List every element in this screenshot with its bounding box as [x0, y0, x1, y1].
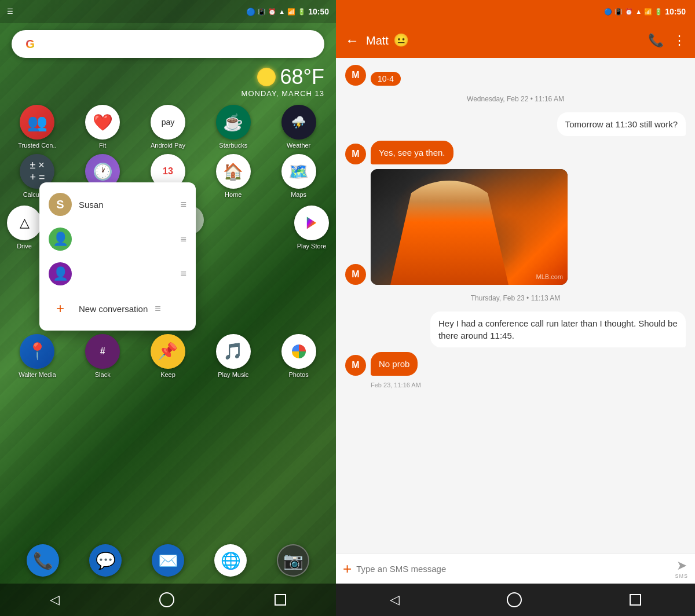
right-status-icons: 🔵 📳 ⏰ ▲ 📶 🔋 10:50 [604, 7, 686, 16]
dock-inbox[interactable]: ✉️ [152, 544, 184, 577]
app-keep[interactable]: 📌 Keep [138, 334, 199, 379]
app-label-slack: Slack [95, 371, 111, 379]
contact-name: Matt [366, 34, 389, 47]
app-home[interactable]: 🏠 Home [203, 154, 264, 199]
app-label-play-music: Play Music [218, 371, 248, 379]
weather-icon: ⛈️ [281, 105, 316, 140]
sun-icon [257, 68, 276, 86]
app-label-drive: Drive [17, 243, 32, 250]
home-screen: ☰ 🔵 📳 ⏰ ▲ 📶 🔋 10:50 G 68°F MONDAY, MARCH… [0, 0, 336, 616]
bluetooth-icon: 🔵 [246, 8, 255, 16]
app-weather[interactable]: ⛈️ Weather [268, 105, 329, 149]
message-timestamp: Feb 23, 11:16 AM [345, 382, 686, 388]
add-attachment-button[interactable]: + [343, 560, 352, 578]
message-bubble-received-2: No prob [371, 352, 418, 376]
nav-home-button[interactable] [159, 592, 174, 607]
chat-area: M 10-4 Wednesday, Feb 22 • 11:16 AM Tomo… [336, 58, 695, 553]
right-status-bar: 🔵 📳 ⏰ ▲ 📶 🔋 10:50 [336, 0, 695, 23]
drag-handle-2: ≡ [180, 233, 186, 245]
sender-avatar-m3: M [345, 264, 366, 285]
app-playstore[interactable]: Play Store [294, 206, 329, 250]
keep-icon: 📌 [151, 334, 185, 369]
google-logo: G [21, 35, 39, 53]
app-maps[interactable]: 🗺️ Maps [268, 154, 329, 199]
signal-icon: 📶 [287, 8, 295, 16]
gif-person [390, 181, 509, 285]
google-search-bar[interactable]: G [12, 30, 324, 58]
fit-icon: ❤️ [85, 105, 120, 140]
app-starbucks[interactable]: ☕ Starbucks [203, 105, 264, 149]
app-walter-media[interactable]: 📍 Walter Media [7, 334, 68, 379]
message-tag-10-4: 10-4 [371, 72, 401, 86]
app-drive[interactable]: △ Drive [7, 206, 42, 250]
right-vibrate-icon: 📳 [614, 8, 623, 16]
left-status-bar: ☰ 🔵 📳 ⏰ ▲ 📶 🔋 10:50 [0, 0, 336, 23]
send-button[interactable]: ➤ SMS [675, 558, 688, 579]
app-label-maps: Maps [291, 191, 306, 199]
right-signal-icon: 📶 [644, 8, 652, 16]
input-area: + ➤ SMS [336, 553, 695, 584]
right-time: 10:50 [665, 7, 686, 16]
walter-media-icon: 📍 [20, 334, 54, 369]
message-row-sent-1: Tomorrow at 11:30 still work? [345, 112, 686, 136]
gif-watermark: MLB.com [536, 273, 563, 280]
app-android-pay[interactable]: pay Android Pay [138, 105, 199, 149]
date-divider-2: Thursday, Feb 23 • 11:13 AM [345, 294, 686, 302]
send-arrow-icon: ➤ [676, 558, 687, 573]
app-trusted-contacts[interactable]: 👥 Trusted Con.. [7, 105, 68, 149]
starbucks-icon: ☕ [216, 105, 251, 140]
send-label: SMS [675, 573, 688, 579]
call-button[interactable]: 📞 [648, 33, 664, 48]
app-label-photos: Photos [288, 371, 308, 379]
contact-avatar-susan: S [49, 193, 72, 216]
messages-screen: 🔵 📳 ⏰ ▲ 📶 🔋 10:50 ← Matt 😐 📞 ⋮ M 10-4 We… [336, 0, 695, 616]
right-wifi-icon: ▲ [635, 8, 642, 15]
app-label-home: Home [225, 191, 242, 199]
right-nav-back[interactable]: ◁ [390, 592, 400, 607]
message-row-received-2: M No prob [345, 352, 686, 376]
app-label-keep: Keep [160, 371, 175, 379]
drag-handle-susan: ≡ [180, 199, 186, 211]
dock-camera[interactable]: 📷 [277, 544, 309, 577]
right-bluetooth-icon: 🔵 [604, 8, 612, 16]
more-options-button[interactable]: ⋮ [673, 33, 686, 48]
nav-back-button[interactable]: ◁ [50, 592, 60, 607]
playstore-icon [294, 206, 329, 240]
sms-input[interactable] [356, 564, 670, 574]
app-photos[interactable]: Photos [268, 334, 329, 379]
left-time: 10:50 [308, 7, 329, 16]
contact-info: Matt 😐 [366, 33, 641, 48]
dock-messages[interactable]: 💬 [89, 544, 122, 577]
app-label-pay: Android Pay [151, 142, 185, 149]
dock-phone[interactable]: 📞 [27, 544, 59, 577]
sender-avatar-m4: M [345, 355, 366, 376]
app-grid-row4: 📍 Walter Media # Slack 📌 Keep 🎵 Play Mus… [0, 253, 336, 383]
contact-2[interactable]: 👤 ≡ [39, 222, 196, 256]
temperature: 68°F [280, 65, 324, 89]
gif-placeholder: MLB.com [371, 169, 568, 285]
app-play-music[interactable]: 🎵 Play Music [203, 334, 264, 379]
battery-icon: 🔋 [298, 8, 306, 16]
app-label-trusted: Trusted Con.. [18, 142, 56, 149]
right-nav-home[interactable] [507, 592, 522, 607]
app-fit[interactable]: ❤️ Fit [72, 105, 133, 149]
app-label-weather: Weather [287, 142, 310, 149]
contact-susan[interactable]: S Susan ≡ [39, 187, 196, 222]
app-slack[interactable]: # Slack [72, 334, 133, 379]
right-battery-icon: 🔋 [654, 8, 663, 16]
right-nav-recents[interactable] [630, 594, 641, 606]
weather-date: MONDAY, MARCH 13 [12, 89, 324, 98]
app-row3: △ Drive E ⚽ 🐦 f 📰 S Susan [7, 206, 329, 250]
weather-widget: 68°F MONDAY, MARCH 13 [0, 63, 336, 102]
message-row-tag: M 10-4 [345, 65, 686, 86]
app-row3-container: △ Drive E ⚽ 🐦 f 📰 S Susan [0, 203, 336, 252]
app-grid-row1: 👥 Trusted Con.. ❤️ Fit pay Android Pay ☕… [0, 102, 336, 154]
back-button[interactable]: ← [345, 32, 359, 49]
dock-chrome[interactable]: 🌐 [214, 544, 247, 577]
message-row-sent-2: Hey I had a conference call run later th… [345, 311, 686, 347]
nav-recents-button[interactable] [275, 594, 286, 606]
play-music-icon: 🎵 [216, 334, 251, 369]
header-actions: 📞 ⋮ [648, 33, 686, 48]
alarm-icon: ⏰ [268, 8, 276, 16]
popup-area: E ⚽ 🐦 f 📰 S Susan ≡ 👤 [45, 206, 291, 234]
